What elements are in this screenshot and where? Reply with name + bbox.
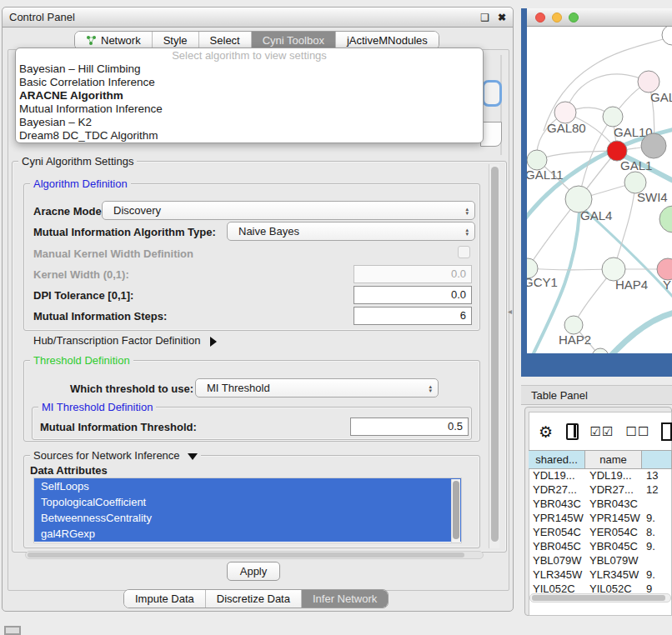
table-horizontal-scrollbar-thumb[interactable]	[532, 595, 665, 601]
tab-jactivemnodules[interactable]: jActiveMNodules	[336, 32, 439, 49]
node-label: GCY1	[527, 275, 558, 289]
table-cell: YDR27...	[529, 483, 585, 498]
column-header-shared[interactable]: shared...	[529, 451, 585, 468]
mi-algorithm-type-combobox[interactable]: Naive Bayes ▴▾	[227, 222, 475, 241]
zoom-traffic-light-icon[interactable]	[569, 12, 579, 22]
aracne-mode-combobox[interactable]: Discovery ▴▾	[102, 201, 475, 220]
table-horizontal-scrollbar[interactable]	[529, 593, 671, 602]
table-cell: 9.	[642, 512, 672, 526]
table-cell: YPR145W	[529, 512, 585, 526]
kernel-width-input[interactable]: 0.0	[354, 265, 472, 283]
tab-discretize-data[interactable]: Discretize Data	[206, 590, 302, 608]
algorithm-option[interactable]: ARACNE Algorithm	[16, 89, 483, 102]
attributes-vertical-scrollbar[interactable]	[451, 479, 460, 542]
window-title: Control Panel	[9, 11, 75, 23]
table-cell: YBR045C	[585, 540, 642, 554]
table-cell: YPR145W	[585, 512, 642, 526]
algorithm-dropdown-placeholder: Select algorithm to view settings	[16, 49, 483, 62]
network-node[interactable]	[662, 27, 672, 45]
attribute-list-item[interactable]: gal4RGexp	[34, 526, 461, 542]
close-window-icon[interactable]: ✖	[498, 12, 506, 23]
algorithm-option[interactable]: Dream8 DC_TDC Algorithm	[16, 129, 483, 142]
manual-kernel-width-label: Manual Kernel Width Definition	[33, 248, 193, 260]
node-label: GAL4	[580, 208, 612, 222]
table-cell: YER054C	[585, 526, 642, 540]
which-threshold-label: Which threshold to use:	[70, 382, 193, 395]
settings-vertical-scrollbar-thumb[interactable]	[491, 167, 499, 542]
data-attributes-list[interactable]: SelfLoopsTopologicalCoefficientBetweenne…	[33, 478, 462, 543]
settings-horizontal-scrollbar[interactable]	[25, 551, 484, 559]
tab-label: Network	[101, 34, 141, 47]
table-cell	[642, 554, 672, 568]
show-columns-icon[interactable]	[566, 423, 579, 440]
table-row[interactable]: YBR045CYBR045C9.	[529, 540, 672, 554]
node-label: Y	[663, 278, 671, 292]
attribute-list-item[interactable]: SelfLoops	[34, 478, 461, 494]
float-window-icon[interactable]: ❑	[480, 12, 489, 23]
expanded-arrow-icon	[188, 453, 198, 460]
column-header-name[interactable]: name	[585, 451, 642, 468]
collapsed-arrow-icon	[210, 337, 217, 347]
table-cell: YDL19...	[529, 469, 585, 483]
attribute-list-item[interactable]: TopologicalCoefficient	[34, 494, 461, 510]
attribute-table-rows: YDL19...YDL19...13YDR27...YDR27...12YBR0…	[529, 469, 672, 597]
table-cell: 13	[642, 469, 672, 483]
sources-group-title[interactable]: Sources for Network Inference	[30, 449, 201, 462]
table-cell: YBL079W	[529, 554, 585, 568]
mi-threshold-input[interactable]: 0.5	[350, 418, 469, 436]
deselect-all-checkboxes-icon[interactable]: ☐☐	[626, 424, 650, 439]
network-icon	[86, 35, 97, 46]
algorithm-option[interactable]: Bayesian – K2	[16, 116, 483, 129]
settings-horizontal-scrollbar-thumb[interactable]	[28, 552, 464, 558]
table-cell: YLR345W	[529, 568, 585, 582]
settings-vertical-scrollbar[interactable]	[489, 164, 499, 548]
algorithm-option[interactable]: Mutual Information Inference	[16, 102, 483, 116]
tab-label: Style	[163, 34, 188, 47]
node-label: GAL80	[547, 121, 586, 135]
table-row[interactable]: YBR043CYBR043C	[529, 498, 672, 512]
export-table-icon[interactable]	[661, 422, 672, 441]
network-canvas[interactable]: GALGAL80GAL10GAL1GAL11SWI4GAL4GCY1HAP4YH…	[527, 27, 672, 353]
tab-impute-data[interactable]: Impute Data	[124, 590, 206, 608]
network-node[interactable]	[659, 206, 672, 232]
table-row[interactable]: YER054CYER054C8.	[529, 526, 672, 540]
dpi-tolerance-input[interactable]: 0.0	[354, 286, 472, 304]
tab-label: jActiveMNodules	[347, 34, 428, 47]
table-cell: 9.	[642, 568, 672, 582]
hub-definition-toggle[interactable]: Hub/Transcription Factor Definition	[33, 334, 217, 347]
table-settings-gear-icon[interactable]: ⚙	[539, 422, 553, 442]
network-node-gal10[interactable]	[603, 107, 623, 127]
minimized-panel-icon[interactable]	[4, 626, 21, 635]
tab-select[interactable]: Select	[199, 32, 252, 49]
select-all-checkboxes-icon[interactable]: ☑☑	[590, 424, 614, 439]
tab-cyni-toolbox[interactable]: Cyni Toolbox	[252, 32, 336, 49]
algorithm-option[interactable]: Basic Correlation Inference	[16, 76, 483, 89]
algorithm-option[interactable]: Bayesian – Hill Climbing	[16, 62, 483, 76]
table-row[interactable]: YLR345WYLR345W9.	[529, 568, 672, 582]
tab-network[interactable]: Network	[75, 32, 153, 49]
which-threshold-value: MI Threshold	[207, 382, 270, 394]
attribute-list-item[interactable]: BetweennessCentrality	[34, 510, 461, 526]
tab-style[interactable]: Style	[153, 32, 199, 49]
mi-steps-input[interactable]: 6	[354, 307, 472, 325]
column-header[interactable]	[642, 451, 672, 468]
table-cell: 12	[642, 483, 672, 498]
network-view-titlebar	[527, 8, 672, 27]
network-node-hap2[interactable]	[564, 316, 583, 334]
table-row[interactable]: YBL079WYBL079W	[529, 554, 672, 568]
tab-infer-network[interactable]: Infer Network	[302, 590, 388, 608]
minimize-traffic-light-icon[interactable]	[552, 12, 562, 22]
apply-button[interactable]: Apply	[227, 562, 280, 581]
sources-title-text: Sources for Network Inference	[33, 449, 180, 462]
which-threshold-combobox[interactable]: MI Threshold ▴▾	[195, 378, 439, 398]
splitter-collapse-icon[interactable]: ◂	[508, 307, 512, 316]
network-node[interactable]	[641, 133, 666, 158]
table-row[interactable]: YDR27...YDR27...12	[529, 483, 672, 498]
table-cell: YDL19...	[585, 469, 642, 483]
close-traffic-light-icon[interactable]	[535, 12, 545, 22]
attributes-scrollbar-thumb[interactable]	[453, 481, 459, 539]
manual-kernel-width-checkbox[interactable]	[458, 246, 470, 258]
table-row[interactable]: YPR145WYPR145W9.	[529, 512, 672, 526]
table-panel-header: Table Panel	[521, 385, 672, 405]
table-row[interactable]: YDL19...YDL19...13	[529, 469, 672, 483]
